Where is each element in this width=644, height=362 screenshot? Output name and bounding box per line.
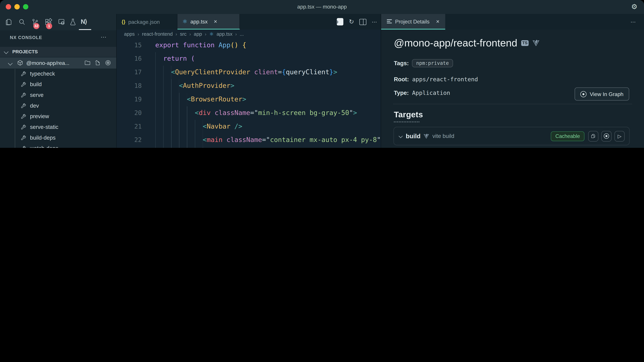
json-icon: {} bbox=[122, 19, 126, 25]
project-row-actions bbox=[84, 59, 111, 66]
breadcrumb-item[interactable]: react-frontend bbox=[142, 31, 173, 37]
tab-app-tsx[interactable]: ⚛ app.tsx × bbox=[178, 14, 240, 29]
open-project-details-icon[interactable]: ⚙ bbox=[337, 18, 344, 25]
react-icon: ⚛ bbox=[182, 18, 188, 25]
code-line-22[interactable]: 22<main className="container mx-auto px-… bbox=[117, 133, 381, 147]
editor-more-actions-icon[interactable]: ⋯ bbox=[372, 18, 377, 25]
target-tech-icons bbox=[423, 133, 429, 139]
cacheable-badge: Cacheable bbox=[551, 131, 584, 141]
sidebar-target-serve-static[interactable]: serve-static bbox=[0, 122, 116, 133]
sidebar-target-serve[interactable]: serve bbox=[0, 90, 116, 100]
breadcrumb-item[interactable]: src bbox=[180, 31, 186, 37]
chevron-down-icon[interactable] bbox=[399, 134, 403, 138]
line-number: 16 bbox=[117, 52, 142, 66]
indent-guides bbox=[155, 120, 203, 133]
details-content: @mono-app/react-frontend TS Tags: npm:pr… bbox=[381, 29, 644, 148]
copy-icon[interactable] bbox=[588, 131, 598, 141]
vscode-window: app.tsx — mono-app ⚙ N⟩ bbox=[0, 0, 644, 148]
remote-explorer-icon[interactable] bbox=[57, 17, 66, 26]
target-label: watch-deps bbox=[30, 145, 58, 148]
tab-project-details[interactable]: Project Details × bbox=[381, 14, 445, 29]
tab-package-json[interactable]: {} package.json bbox=[117, 14, 178, 29]
nx-console-icon[interactable]: N⟩ bbox=[79, 17, 88, 26]
line-content: <QueryClientProvider client={queryClient… bbox=[155, 66, 381, 79]
tab-label: app.tsx bbox=[190, 18, 208, 24]
project-details-panel: Project Details × ⋯ @mono-app/react-fron… bbox=[381, 14, 644, 148]
chevron-down-icon bbox=[8, 61, 12, 65]
refresh-icon[interactable]: ↻ bbox=[349, 18, 354, 25]
sidebar-target-watch-deps[interactable]: watch-deps bbox=[0, 143, 116, 148]
settings-gear-icon[interactable]: ⚙ bbox=[631, 2, 637, 11]
close-tab-icon[interactable]: × bbox=[214, 18, 217, 25]
line-content: <Routes> bbox=[155, 147, 381, 148]
target-label: typecheck bbox=[30, 70, 55, 77]
projects-section-header[interactable]: PROJECTS bbox=[0, 47, 116, 57]
close-tab-icon[interactable]: × bbox=[436, 18, 440, 25]
split-editor-icon[interactable] bbox=[360, 18, 366, 25]
code-line-19[interactable]: 19<BrowserRouter> bbox=[117, 93, 381, 106]
sidebar-target-preview[interactable]: preview bbox=[0, 111, 116, 122]
list-icon bbox=[387, 19, 392, 24]
sidebar-target-build-deps[interactable]: build-deps bbox=[0, 133, 116, 143]
view-in-graph-icon[interactable] bbox=[601, 131, 612, 141]
target-label: build-deps bbox=[30, 135, 56, 141]
sidebar-target-typecheck[interactable]: typecheck bbox=[0, 68, 116, 79]
project-title: @mono-app/react-frontend TS bbox=[394, 37, 540, 49]
view-in-graph-button[interactable]: View In Graph bbox=[574, 87, 629, 100]
tab-label: Project Details bbox=[395, 18, 430, 24]
code-line-18[interactable]: 18<AuthProvider> bbox=[117, 79, 381, 93]
code-line-21[interactable]: 21<Navbar /> bbox=[117, 120, 381, 133]
change-file-icon[interactable] bbox=[94, 59, 101, 66]
breadcrumb-item[interactable]: ... bbox=[240, 31, 244, 37]
breadcrumb-separator: › bbox=[176, 32, 177, 36]
explorer-icon[interactable] bbox=[4, 17, 13, 26]
line-content: <div className="min-h-screen bg-gray-50"… bbox=[155, 106, 381, 120]
details-tab-bar: Project Details × ⋯ bbox=[381, 14, 644, 29]
react-icon: ⚛ bbox=[209, 31, 214, 37]
app-window: app.tsx — mono-app ⚙ N⟩ bbox=[0, 0, 644, 148]
code-line-15[interactable]: 15export function App() { bbox=[117, 38, 381, 52]
targets-heading: Targets bbox=[394, 110, 423, 122]
run-target-icon[interactable]: ▷ bbox=[614, 131, 625, 141]
line-number: 21 bbox=[117, 120, 142, 133]
line-number: 22 bbox=[117, 133, 142, 147]
type-row: Type: Application bbox=[394, 89, 450, 96]
sidebar-target-dev[interactable]: dev bbox=[0, 100, 116, 111]
details-more-icon[interactable]: ⋯ bbox=[630, 19, 636, 25]
source-control-badge: 32 bbox=[33, 23, 40, 29]
folder-icon[interactable] bbox=[84, 59, 91, 66]
breadcrumb[interactable]: apps›react-frontend›src›app›⚛app.tsx›... bbox=[117, 29, 381, 38]
code-line-16[interactable]: 16return ( bbox=[117, 52, 381, 66]
sidebar-more-icon[interactable]: ⋯ bbox=[100, 34, 107, 40]
breadcrumb-item[interactable]: apps bbox=[124, 31, 135, 37]
line-content: <main className="container mx-auto px-4 … bbox=[155, 133, 381, 147]
target-name: build bbox=[406, 133, 420, 140]
line-number: 15 bbox=[117, 38, 142, 52]
code-lines: 15export function App() {16return (17<Qu… bbox=[117, 38, 381, 148]
target-label: serve-static bbox=[30, 124, 58, 130]
chevron-down-icon bbox=[4, 49, 8, 54]
search-icon[interactable] bbox=[17, 17, 26, 26]
code-editor[interactable]: 15export function App() {16return (17<Qu… bbox=[117, 38, 381, 148]
indent-guides bbox=[155, 133, 203, 147]
breadcrumb-item[interactable]: app bbox=[194, 31, 202, 37]
project-row[interactable]: @mono-app/rea... bbox=[0, 57, 116, 68]
sidebar-target-build[interactable]: build bbox=[0, 79, 116, 90]
project-name-label: @mono-app/rea... bbox=[26, 60, 70, 66]
graph-target-icon bbox=[580, 91, 586, 97]
testing-beaker-icon[interactable] bbox=[68, 17, 77, 26]
nx-console-sidebar: N⟩ 32 1 NX CONSOLE ⋯ PROJECTS @mono-app/… bbox=[0, 14, 117, 148]
project-targets-tree: typecheckbuildservedevpreviewserve-stati… bbox=[0, 68, 116, 148]
target-icon[interactable] bbox=[105, 59, 111, 66]
breadcrumb-separator: › bbox=[205, 32, 206, 36]
window-title: app.tsx — mono-app bbox=[0, 0, 644, 14]
target-label: serve bbox=[30, 92, 44, 98]
code-line-17[interactable]: 17<QueryClientProvider client={queryClie… bbox=[117, 66, 381, 79]
divider bbox=[393, 104, 632, 104]
target-command: vite build bbox=[432, 133, 551, 139]
breadcrumb-item[interactable]: app.tsx bbox=[216, 31, 232, 37]
code-line-20[interactable]: 20<div className="min-h-screen bg-gray-5… bbox=[117, 106, 381, 120]
type-value: Application bbox=[412, 89, 450, 96]
code-line-23[interactable]: 23<Routes> bbox=[117, 147, 381, 148]
target-card-build[interactable]: buildvite buildCacheable▷ bbox=[394, 127, 630, 145]
